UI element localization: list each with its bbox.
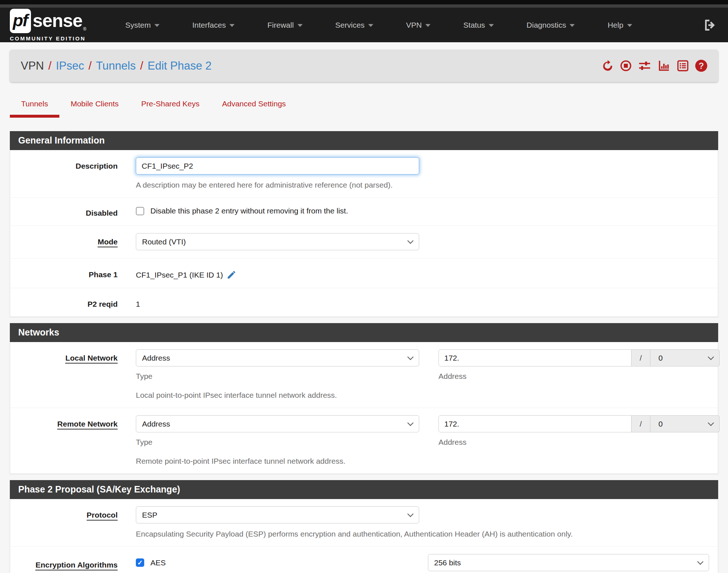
description-label: Description [10, 157, 136, 189]
chevron-down-icon [298, 24, 303, 27]
chevron-down-icon [627, 24, 632, 27]
logo-edition-text: COMMUNITY EDITION [10, 35, 86, 42]
chevron-down-icon [697, 558, 704, 565]
tab-tunnels[interactable]: Tunnels [10, 97, 59, 118]
local-network-mask-select[interactable]: 0 [650, 349, 720, 366]
form-row-phase1: Phase 1 CF1_IPsec_P1 (IKE ID 1) [10, 259, 718, 288]
slash-addon: / [631, 349, 650, 366]
disabled-label: Disabled [10, 205, 136, 217]
aes-keylen-select[interactable]: 256 bits [428, 554, 709, 571]
nav-item-help[interactable]: Help [591, 21, 648, 30]
local-network-label: Local Network [65, 354, 118, 364]
breadcrumb-root: VPN [21, 59, 44, 72]
chevron-down-icon [154, 24, 160, 27]
logo-sense-text: sense [32, 12, 82, 30]
disabled-checkbox-label: Disable this phase 2 entry without remov… [150, 207, 348, 215]
form-row-protocol: Protocol ESP Encapsulating Security Payl… [10, 499, 718, 547]
form-row-encryption-aes: Encryption Algorithms AES 256 bits [10, 547, 718, 573]
top-strip [0, 4, 728, 8]
chevron-down-icon [489, 24, 494, 27]
p2reqid-label: P2 reqid [10, 295, 136, 309]
sliders-icon[interactable] [638, 60, 651, 72]
local-network-address-input[interactable] [438, 349, 631, 366]
nav-item-services[interactable]: Services [319, 21, 390, 30]
breadcrumb-actions: ? [602, 60, 707, 72]
form-row-local-network: Local Network Address Type [10, 342, 718, 408]
pencil-icon[interactable] [227, 270, 236, 280]
chevron-down-icon [408, 354, 414, 360]
protocol-help: Encapsulating Security Payload (ESP) per… [136, 530, 709, 538]
remote-network-help: Remote point-to-point IPsec interface tu… [136, 457, 720, 466]
remote-network-mask-select[interactable]: 0 [650, 415, 720, 432]
local-address-caption: Address [438, 372, 720, 381]
main-navbar: pf sense ® COMMUNITY EDITION System Inte… [0, 8, 728, 42]
slash-addon: / [631, 415, 650, 432]
breadcrumb-bar: VPN / IPsec / Tunnels / Edit Phase 2 ? [10, 50, 718, 82]
encryption-algorithms-label: Encryption Algorithms [35, 561, 118, 570]
sign-out-icon[interactable] [704, 19, 717, 32]
stop-icon[interactable] [620, 60, 632, 72]
chevron-down-icon [408, 420, 414, 426]
chevron-down-icon [408, 511, 414, 517]
breadcrumb: VPN / IPsec / Tunnels / Edit Phase 2 [21, 59, 212, 72]
nav-item-interfaces[interactable]: Interfaces [176, 21, 251, 30]
nav-item-vpn[interactable]: VPN [390, 21, 447, 30]
form-row-mode: Mode Routed (VTI) [10, 226, 718, 259]
bar-chart-icon[interactable] [657, 60, 670, 72]
nav-item-firewall[interactable]: Firewall [251, 21, 319, 30]
chevron-down-icon [708, 420, 714, 426]
page-content: General Information Description A descri… [0, 131, 728, 573]
aes-label: AES [150, 558, 166, 567]
chevron-down-icon [229, 24, 235, 27]
aes-checkbox[interactable] [136, 558, 144, 567]
p2reqid-value: 1 [136, 295, 709, 309]
breadcrumb-separator: / [48, 59, 52, 72]
remote-network-label: Remote Network [57, 420, 118, 429]
mode-select[interactable]: Routed (VTI) [136, 233, 419, 250]
top-edge-bar [0, 0, 728, 4]
remote-network-address-input[interactable] [438, 415, 631, 432]
chevron-down-icon [425, 24, 430, 27]
protocol-select[interactable]: ESP [136, 506, 419, 523]
breadcrumb-link-tunnels[interactable]: Tunnels [96, 59, 136, 72]
logo-pf-mark: pf [10, 9, 31, 33]
panel-title: General Information [10, 131, 718, 150]
form-row-description: Description A description may be entered… [10, 150, 718, 198]
refresh-icon[interactable] [602, 60, 614, 72]
chevron-down-icon [368, 24, 373, 27]
phase1-label: Phase 1 [10, 266, 136, 280]
remote-type-caption: Type [136, 438, 419, 447]
logo-registered-mark: ® [83, 27, 86, 32]
description-help: A description may be entered here for ad… [136, 181, 709, 189]
description-input[interactable] [136, 157, 419, 174]
navbar-menu: System Interfaces Firewall Services VPN … [109, 21, 704, 30]
form-row-disabled: Disabled Disable this phase 2 entry with… [10, 198, 718, 226]
local-network-type-select[interactable]: Address [136, 349, 419, 366]
tab-bar: Tunnels Mobile Clients Pre-Shared Keys A… [10, 97, 718, 118]
tab-mobile-clients[interactable]: Mobile Clients [59, 97, 130, 118]
tab-advanced-settings[interactable]: Advanced Settings [211, 97, 297, 118]
nav-item-system[interactable]: System [109, 21, 176, 30]
breadcrumb-page-title: Edit Phase 2 [147, 59, 212, 72]
panel-title: Phase 2 Proposal (SA/Key Exchange) [10, 480, 718, 499]
form-row-remote-network: Remote Network Address Type [10, 408, 718, 474]
panel-networks: Networks Local Network Address Type [10, 323, 718, 474]
mode-label: Mode [98, 238, 118, 247]
form-row-p2reqid: P2 reqid 1 [10, 288, 718, 317]
chevron-down-icon [708, 354, 714, 360]
disabled-checkbox[interactable] [136, 207, 144, 215]
chevron-down-icon [570, 24, 575, 27]
tab-pre-shared-keys[interactable]: Pre-Shared Keys [130, 97, 211, 118]
log-list-icon[interactable] [677, 60, 689, 72]
nav-item-status[interactable]: Status [447, 21, 510, 30]
chevron-down-icon [408, 238, 414, 244]
nav-item-diagnostics[interactable]: Diagnostics [510, 21, 591, 30]
phase1-value: CF1_IPsec_P1 (IKE ID 1) [136, 271, 223, 279]
breadcrumb-link-ipsec[interactable]: IPsec [56, 59, 84, 72]
pfsense-logo[interactable]: pf sense ® COMMUNITY EDITION [10, 9, 86, 42]
local-network-help: Local point-to-point IPsec interface tun… [136, 391, 720, 400]
help-icon[interactable]: ? [695, 60, 707, 72]
breadcrumb-separator: / [88, 59, 92, 72]
remote-network-type-select[interactable]: Address [136, 415, 419, 432]
breadcrumb-separator: / [140, 59, 143, 72]
